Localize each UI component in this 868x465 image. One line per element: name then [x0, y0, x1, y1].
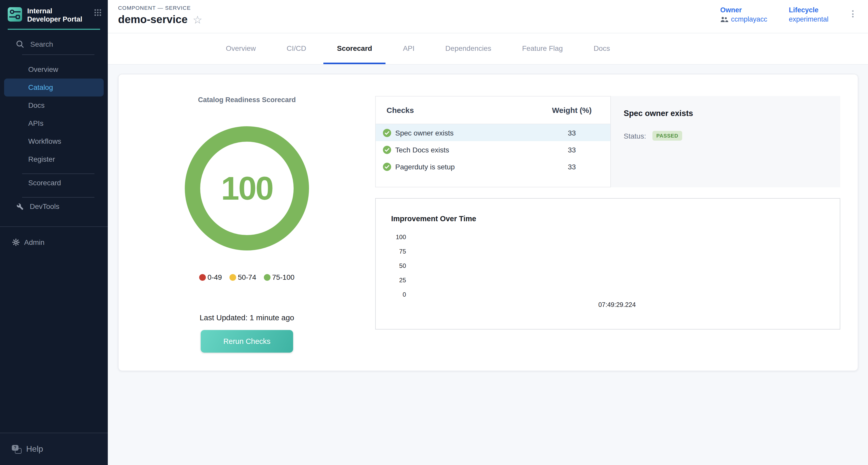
- main-area: COMPONENT — SERVICE demo-service ☆ Owner: [108, 0, 868, 465]
- legend-dot-yellow: [230, 274, 237, 280]
- legend-label: 50-74: [238, 273, 256, 281]
- legend-label: 0-49: [208, 273, 222, 281]
- sidebar-item-devtools[interactable]: DevTools: [0, 197, 108, 216]
- sidebar-search-label: Search: [30, 40, 53, 48]
- improvement-chart: Improvement Over Time 100 75 50 25 0 07:…: [375, 198, 840, 330]
- sidebar-item-label: Help: [26, 444, 43, 454]
- app-logo-row: Internal Developer Portal: [0, 0, 108, 24]
- app-logo-icon: [8, 7, 22, 22]
- gear-icon: [12, 239, 20, 247]
- legend-item-mid: 50-74: [230, 273, 256, 281]
- sidebar-item-catalog[interactable]: Catalog: [4, 79, 104, 96]
- chart-y-axis: 100 75 50 25 0: [376, 230, 406, 302]
- sidebar-item-admin[interactable]: Admin: [0, 234, 108, 251]
- sidebar-item-apis[interactable]: APIs: [0, 115, 108, 132]
- wrench-icon: [17, 203, 24, 211]
- sidebar-item-overview[interactable]: Overview: [0, 61, 108, 79]
- help-icon: ?: [12, 445, 22, 454]
- check-name: Spec owner exists: [395, 129, 533, 137]
- check-passed-icon: [383, 146, 391, 154]
- lifecycle-value: experimental: [789, 16, 829, 23]
- table-row-pagerduty[interactable]: Pagerduty is setup 33: [376, 158, 610, 175]
- tab-label: API: [403, 44, 414, 52]
- tab-label: CI/CD: [287, 44, 306, 52]
- gauge-column: Catalog Readiness Scorecard 100 0-49 50-…: [119, 74, 375, 371]
- sidebar-help[interactable]: ? Help: [0, 433, 108, 465]
- tab-label: Docs: [594, 44, 610, 52]
- y-tick: 25: [376, 273, 406, 287]
- sidebar-item-docs[interactable]: Docs: [0, 96, 108, 115]
- last-updated-text: Last Updated: 1 minute ago: [119, 313, 375, 322]
- scorecard-content: Catalog Readiness Scorecard 100 0-49 50-…: [108, 65, 868, 465]
- search-icon: [16, 40, 24, 48]
- check-name: Tech Docs exists: [395, 146, 533, 154]
- more-options-kebab-icon[interactable]: [850, 7, 856, 21]
- entity-header: COMPONENT — SERVICE demo-service ☆ Owner: [108, 0, 868, 33]
- sidebar: Internal Developer Portal Search Overvie…: [0, 0, 108, 465]
- divider: [22, 54, 94, 55]
- check-weight: 33: [533, 162, 610, 170]
- sidebar-item-workflows[interactable]: Workflows: [0, 132, 108, 150]
- legend-item-high: 75-100: [264, 273, 294, 281]
- tab-label: Feature Flag: [522, 44, 563, 52]
- sidebar-item-label: Scorecard: [28, 179, 61, 187]
- sidebar-nav: Overview Catalog Docs APIs Workflows Reg…: [0, 61, 108, 168]
- scorecard-card: Catalog Readiness Scorecard 100 0-49 50-…: [118, 74, 858, 371]
- owner-block: Owner ccmplayacc: [720, 6, 767, 23]
- owner-link[interactable]: ccmplayacc: [731, 16, 767, 23]
- tab-feature-flag[interactable]: Feature Flag: [509, 33, 576, 64]
- rerun-checks-button[interactable]: Rerun Checks: [201, 330, 293, 352]
- sidebar-accent-divider: [8, 29, 100, 30]
- tab-overview[interactable]: Overview: [213, 33, 269, 64]
- lifecycle-block: Lifecycle experimental: [789, 6, 829, 23]
- tab-dependencies[interactable]: Dependencies: [432, 33, 504, 64]
- check-detail-title: Spec owner exists: [624, 109, 840, 118]
- app-window: Internal Developer Portal Search Overvie…: [0, 0, 868, 465]
- sidebar-item-label: Catalog: [28, 84, 53, 92]
- checks-table: Checks Weight (%) Spec owner exists 33: [375, 96, 611, 187]
- sidebar-item-label: Admin: [24, 239, 44, 247]
- app-grid-icon[interactable]: [94, 9, 102, 17]
- status-badge: PASSED: [652, 131, 682, 141]
- sidebar-search[interactable]: Search: [0, 39, 108, 49]
- sidebar-item-label: Workflows: [28, 137, 61, 146]
- legend-dot-red: [199, 274, 206, 280]
- sidebar-item-register[interactable]: Register: [0, 150, 108, 168]
- y-tick: 100: [376, 230, 406, 244]
- table-row-tech-docs[interactable]: Tech Docs exists 33: [376, 141, 610, 158]
- legend-item-low: 0-49: [199, 273, 222, 281]
- sidebar-item-label: DevTools: [30, 203, 59, 211]
- chart-title: Improvement Over Time: [391, 215, 476, 223]
- favorite-star-icon[interactable]: ☆: [193, 14, 203, 25]
- check-passed-icon: [383, 129, 391, 137]
- sidebar-item-label: Register: [28, 155, 55, 163]
- lifecycle-label: Lifecycle: [789, 6, 829, 14]
- tab-label: Scorecard: [337, 44, 372, 52]
- table-row-spec-owner[interactable]: Spec owner exists 33: [376, 124, 610, 141]
- owner-label: Owner: [720, 6, 767, 14]
- y-tick: 75: [376, 244, 406, 259]
- scorecard-title: Catalog Readiness Scorecard: [119, 96, 375, 104]
- sidebar-item-label: Overview: [28, 65, 58, 74]
- app-title: Internal Developer Portal: [27, 7, 85, 24]
- x-tick: 07:49:29.224: [598, 301, 636, 308]
- tab-api[interactable]: API: [390, 33, 428, 64]
- tab-scorecard[interactable]: Scorecard: [323, 33, 385, 64]
- legend-dot-green: [264, 274, 271, 280]
- weight-column-header: Weight (%): [533, 106, 610, 115]
- checks-column-header: Checks: [376, 106, 533, 115]
- tab-docs[interactable]: Docs: [580, 33, 623, 64]
- check-weight: 33: [533, 146, 610, 154]
- score-gauge: 100: [185, 126, 309, 250]
- checks-table-header: Checks Weight (%): [376, 96, 610, 124]
- score-value: 100: [221, 169, 273, 207]
- y-tick: 50: [376, 259, 406, 273]
- checks-column: Checks Weight (%) Spec owner exists 33: [375, 74, 858, 371]
- divider: [0, 226, 108, 227]
- sidebar-item-label: Docs: [28, 101, 45, 110]
- check-detail-panel: Spec owner exists Status: PASSED: [611, 96, 840, 187]
- tab-cicd[interactable]: CI/CD: [273, 33, 319, 64]
- check-name: Pagerduty is setup: [395, 162, 533, 170]
- breadcrumb: COMPONENT — SERVICE: [118, 5, 202, 11]
- sidebar-item-scorecard[interactable]: Scorecard: [0, 174, 108, 192]
